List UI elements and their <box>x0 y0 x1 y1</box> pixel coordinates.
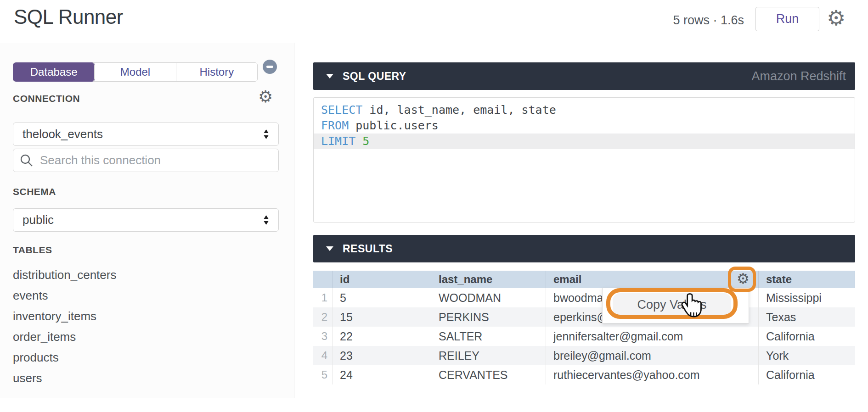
row-number: 1 <box>313 288 333 307</box>
run-button[interactable]: Run <box>755 7 819 31</box>
main-content: SQL QUERY Amazon Redshift SELECT id, las… <box>295 43 868 412</box>
connection-search[interactable] <box>13 149 279 172</box>
sql-query-panel-header[interactable]: SQL QUERY Amazon Redshift <box>313 62 855 90</box>
query-status: 5 rows · 1.6s <box>673 13 744 28</box>
results-table: id last_name email state ⚙ 1 5 WOODMAN b… <box>313 271 855 384</box>
connection-select[interactable]: thelook_events <box>13 122 279 146</box>
cell-last-name: REILEY <box>431 346 546 365</box>
column-header-state[interactable]: state <box>759 271 855 288</box>
dialect-label: Amazon Redshift <box>751 69 846 84</box>
cell-last-name: PERKINS <box>431 307 546 327</box>
sql-runner-page: SQL Runner 5 rows · 1.6s Run ⚙ Database … <box>0 0 868 412</box>
tab-model[interactable]: Model <box>95 63 176 81</box>
tables-label: TABLES <box>13 245 52 256</box>
cell-id: 22 <box>333 327 431 346</box>
results-title: RESULTS <box>343 243 393 255</box>
collapse-caret-icon[interactable] <box>326 74 333 78</box>
tab-history[interactable]: History <box>176 63 257 81</box>
sql-query-title: SQL QUERY <box>343 70 406 83</box>
cell-state: California <box>759 365 855 384</box>
table-item-inventory-items[interactable]: inventory_items <box>0 306 294 327</box>
table-item-users[interactable]: users <box>0 368 294 389</box>
results-panel-header[interactable]: RESULTS <box>313 235 855 262</box>
table-row[interactable]: 3 22 SALTER jennifersalter@gmail.com Cal… <box>313 327 855 346</box>
row-number: 3 <box>313 327 333 346</box>
cell-state: Texas <box>759 307 855 327</box>
cell-last-name: WOODMAN <box>431 288 546 307</box>
column-header-email[interactable]: email <box>546 271 759 288</box>
sql-editor[interactable]: SELECT id, last_name, email, state FROM … <box>313 97 855 223</box>
cell-id: 24 <box>333 365 431 384</box>
table-row[interactable]: 2 15 PERKINS eperkins@ya Texas <box>313 307 855 327</box>
schema-select[interactable]: public <box>13 208 279 232</box>
sidebar-tab-group: Database Model History <box>13 62 258 82</box>
collapse-caret-icon[interactable] <box>326 246 333 251</box>
row-number: 2 <box>313 307 333 327</box>
schema-select-value: public <box>23 213 54 227</box>
cell-state: Mississippi <box>759 288 855 307</box>
settings-gear-icon[interactable]: ⚙ <box>827 7 845 28</box>
tab-database[interactable]: Database <box>13 63 95 81</box>
table-item-distribution-centers[interactable]: distribution_centers <box>0 265 294 285</box>
cell-state: California <box>759 327 855 346</box>
row-number: 5 <box>313 365 333 384</box>
copy-values-menu-item[interactable]: Copy Values <box>613 293 731 317</box>
column-context-menu: Copy Values <box>602 288 749 323</box>
search-input[interactable] <box>39 153 259 168</box>
top-header: SQL Runner 5 rows · 1.6s Run ⚙ <box>0 0 868 42</box>
row-number: 4 <box>313 346 333 365</box>
sql-line-2: FROM public.users <box>314 118 855 134</box>
column-gear-icon[interactable]: ⚙ <box>737 272 750 286</box>
sidebar: Database Model History CONNECTION ⚙ thel… <box>0 43 294 398</box>
table-item-products[interactable]: products <box>0 347 294 368</box>
up-down-arrows-icon <box>263 129 269 139</box>
results-header-row: id last_name email state ⚙ <box>313 271 855 288</box>
cell-state: York <box>759 346 855 365</box>
tables-list: distribution_centers events inventory_it… <box>0 265 294 389</box>
cell-last-name: CERVANTES <box>431 365 546 384</box>
connection-gear-icon[interactable]: ⚙ <box>258 89 273 105</box>
cell-email: breiley@gmail.com <box>546 346 759 365</box>
cell-id: 15 <box>333 307 431 327</box>
connection-select-value: thelook_events <box>23 127 103 141</box>
page-title: SQL Runner <box>14 6 123 28</box>
table-item-events[interactable]: events <box>0 285 294 306</box>
cell-email: jennifersalter@gmail.com <box>546 327 759 346</box>
table-row[interactable]: 5 24 CERVANTES ruthiecervantes@yahoo.com… <box>313 365 855 384</box>
collapse-sidebar-minus-icon[interactable] <box>263 60 277 74</box>
search-icon <box>20 154 34 167</box>
cell-last-name: SALTER <box>431 327 546 346</box>
column-header-last-name[interactable]: last_name <box>431 271 546 288</box>
table-item-order-items[interactable]: order_items <box>0 327 294 347</box>
column-header-id[interactable]: id <box>333 271 431 288</box>
cell-email: ruthiecervantes@yahoo.com <box>546 365 759 384</box>
table-row[interactable]: 1 5 WOODMAN bwoodman@ Mississippi <box>313 288 855 307</box>
connection-label: CONNECTION <box>13 93 80 104</box>
row-number-header <box>313 271 333 288</box>
cell-id: 5 <box>333 288 431 307</box>
schema-label: SCHEMA <box>13 186 56 197</box>
cell-id: 23 <box>333 346 431 365</box>
sql-line-3-active: LIMIT 5 <box>314 134 855 149</box>
up-down-arrows-icon <box>263 215 269 225</box>
table-row[interactable]: 4 23 REILEY breiley@gmail.com York <box>313 346 855 365</box>
sql-line-1: SELECT id, last_name, email, state <box>314 102 855 118</box>
